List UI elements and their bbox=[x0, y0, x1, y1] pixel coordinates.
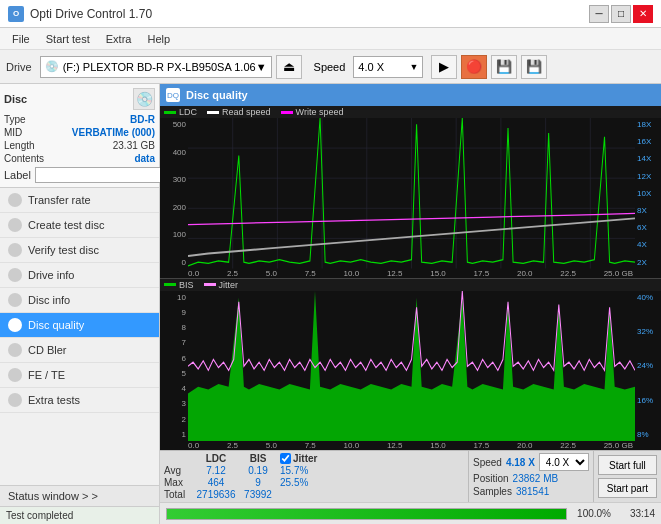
contents-value: data bbox=[134, 153, 155, 164]
sidebar-item-disc-info[interactable]: Disc info bbox=[0, 288, 159, 313]
sidebar-label-drive-info: Drive info bbox=[28, 269, 74, 281]
maximize-button[interactable]: □ bbox=[611, 5, 631, 23]
bis-color bbox=[164, 283, 176, 286]
sidebar-item-disc-quality[interactable]: Disc quality bbox=[0, 313, 159, 338]
total-ldc: 2719636 bbox=[196, 489, 236, 500]
legend-ldc-label: LDC bbox=[179, 107, 197, 117]
stats-headers: LDC BIS Jitter bbox=[164, 453, 464, 464]
menu-file[interactable]: File bbox=[4, 31, 38, 47]
cd-bler-icon bbox=[8, 343, 22, 357]
titlebar: O Opti Drive Control 1.70 ─ □ ✕ bbox=[0, 0, 661, 28]
top-chart-svg-area bbox=[188, 118, 635, 269]
stats-controls-bar: LDC BIS Jitter Avg 7.12 0.19 15.7% Max bbox=[160, 450, 661, 502]
titlebar-controls: ─ □ ✕ bbox=[589, 5, 653, 23]
type-label: Type bbox=[4, 114, 26, 125]
stats-avg-row: Avg 7.12 0.19 15.7% bbox=[164, 465, 464, 476]
minimize-button[interactable]: ─ bbox=[589, 5, 609, 23]
sidebar-item-drive-info[interactable]: Drive info bbox=[0, 263, 159, 288]
top-chart-container: LDC Read speed Write speed 500 bbox=[160, 106, 661, 279]
sidebar-item-transfer-rate[interactable]: Transfer rate bbox=[0, 188, 159, 213]
avg-ldc: 7.12 bbox=[196, 465, 236, 476]
status-window-button[interactable]: Status window > > bbox=[0, 485, 159, 506]
start-part-button[interactable]: Start part bbox=[598, 478, 657, 498]
progress-percent: 100.0% bbox=[573, 508, 611, 519]
avg-jitter: 15.7% bbox=[280, 465, 308, 476]
sidebar-item-verify-test-disc[interactable]: Verify test disc bbox=[0, 238, 159, 263]
legend-jitter-label: Jitter bbox=[219, 280, 239, 290]
main-area: Disc 💿 Type BD-R MID VERBATIMe (000) Len… bbox=[0, 84, 661, 524]
max-ldc: 464 bbox=[196, 477, 236, 488]
play-button[interactable]: ▶ bbox=[431, 55, 457, 79]
bottom-x-axis: 0.0 2.5 5.0 7.5 10.0 12.5 15.0 17.5 20.0… bbox=[160, 441, 661, 450]
drive-name: (F:) PLEXTOR BD-R PX-LB950SA 1.06 bbox=[63, 61, 256, 73]
burn-button[interactable]: 💾 bbox=[491, 55, 517, 79]
progress-time: 33:14 bbox=[617, 508, 655, 519]
sidebar-item-fe-te[interactable]: FE / TE bbox=[0, 363, 159, 388]
label-key: Label bbox=[4, 169, 31, 181]
disc-panel: Disc 💿 Type BD-R MID VERBATIMe (000) Len… bbox=[0, 84, 159, 188]
contents-label: Contents bbox=[4, 153, 44, 164]
top-x-axis: 0.0 2.5 5.0 7.5 10.0 12.5 15.0 17.5 20.0… bbox=[160, 269, 661, 278]
length-label: Length bbox=[4, 140, 35, 151]
read-speed-color bbox=[207, 111, 219, 114]
max-label: Max bbox=[164, 477, 192, 488]
eject-button[interactable]: ⏏ bbox=[276, 55, 302, 79]
menu-extra[interactable]: Extra bbox=[98, 31, 140, 47]
status-window-label: Status window > > bbox=[8, 490, 98, 502]
menu-help[interactable]: Help bbox=[139, 31, 178, 47]
samples-val: 381541 bbox=[516, 486, 549, 497]
disc-quality-title: Disc quality bbox=[186, 89, 248, 101]
sidebar-item-create-test-disc[interactable]: Create test disc bbox=[0, 213, 159, 238]
sidebar-label-transfer-rate: Transfer rate bbox=[28, 194, 91, 206]
close-button[interactable]: ✕ bbox=[633, 5, 653, 23]
test-completed-status: Test completed bbox=[0, 506, 159, 524]
mid-value: VERBATIMe (000) bbox=[72, 127, 155, 138]
disc-title: Disc bbox=[4, 93, 27, 105]
speed-stat-label: Speed bbox=[473, 457, 502, 468]
toolbar: Drive 💿 (F:) PLEXTOR BD-R PX-LB950SA 1.0… bbox=[0, 50, 661, 84]
top-legend: LDC Read speed Write speed bbox=[160, 106, 661, 118]
bottom-chart-svg-area bbox=[188, 291, 635, 442]
drive-dropdown-arrow: ▼ bbox=[256, 61, 267, 73]
samples-row: Samples 381541 bbox=[473, 486, 589, 497]
menu-start-test[interactable]: Start test bbox=[38, 31, 98, 47]
disc-info-icon bbox=[8, 293, 22, 307]
save-button[interactable]: 💾 bbox=[521, 55, 547, 79]
stats-max-row: Max 464 9 25.5% bbox=[164, 477, 464, 488]
length-value: 23.31 GB bbox=[113, 140, 155, 151]
avg-label: Avg bbox=[164, 465, 192, 476]
bis-header: BIS bbox=[240, 453, 276, 464]
jitter-header-wrapper: Jitter bbox=[280, 453, 317, 464]
sidebar-item-extra-tests[interactable]: Extra tests bbox=[0, 388, 159, 413]
charts-area: LDC Read speed Write speed 500 bbox=[160, 106, 661, 450]
bottom-y-axis-right: 40% 32% 24% 16% 8% bbox=[635, 291, 661, 442]
sidebar: Disc 💿 Type BD-R MID VERBATIMe (000) Len… bbox=[0, 84, 160, 524]
stats-table: LDC BIS Jitter Avg 7.12 0.19 15.7% Max bbox=[160, 451, 468, 502]
position-label: Position bbox=[473, 473, 509, 484]
settings-button[interactable]: 🔴 bbox=[461, 55, 487, 79]
legend-ldc: LDC bbox=[164, 107, 197, 117]
extra-tests-icon bbox=[8, 393, 22, 407]
svg-marker-13 bbox=[188, 291, 635, 442]
speed-select[interactable]: 4.0 X ▼ bbox=[353, 56, 423, 78]
bottom-chart-svg bbox=[188, 291, 635, 442]
transfer-rate-icon bbox=[8, 193, 22, 207]
sidebar-item-cd-bler[interactable]: CD Bler bbox=[0, 338, 159, 363]
status-text: Test completed bbox=[6, 510, 73, 521]
create-test-disc-icon bbox=[8, 218, 22, 232]
drive-label: Drive bbox=[6, 61, 32, 73]
total-label: Total bbox=[164, 489, 192, 500]
speed-arrow: ▼ bbox=[409, 62, 418, 72]
fe-te-icon bbox=[8, 368, 22, 382]
jitter-checkbox[interactable] bbox=[280, 453, 291, 464]
sidebar-label-verify-test-disc: Verify test disc bbox=[28, 244, 99, 256]
titlebar-left: O Opti Drive Control 1.70 bbox=[8, 6, 152, 22]
app-icon: O bbox=[8, 6, 24, 22]
speed-stat-select[interactable]: 4.0 X 8.0 X bbox=[539, 453, 589, 471]
legend-bis: BIS bbox=[164, 280, 194, 290]
start-full-button[interactable]: Start full bbox=[598, 455, 657, 475]
label-input[interactable] bbox=[35, 167, 164, 183]
drive-icon: 💿 bbox=[45, 60, 59, 73]
ldc-header: LDC bbox=[196, 453, 236, 464]
drive-select[interactable]: 💿 (F:) PLEXTOR BD-R PX-LB950SA 1.06 ▼ bbox=[40, 56, 272, 78]
